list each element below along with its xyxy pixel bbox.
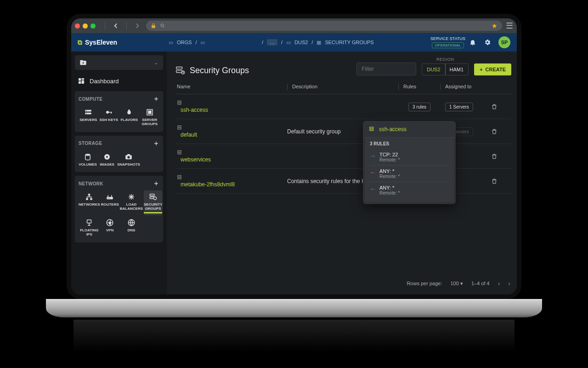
sidebar-section-storage: STORAGE＋VOLUMESIMAGESSNAPSHOTS [75, 136, 163, 172]
delete-icon[interactable] [491, 178, 509, 184]
create-button[interactable]: + CREATE [474, 63, 511, 75]
svg-rect-7 [85, 113, 92, 115]
tooltip-rule: ← ANY: *Remote: * [370, 165, 449, 182]
sidebar-dashboard[interactable]: Dashboard [75, 74, 163, 88]
sidebar-item-label: FLOATING IPS [79, 229, 100, 237]
svg-rect-46 [370, 129, 373, 131]
region-dus2[interactable]: DUS2 [422, 63, 445, 75]
table-row[interactable]: webservices [175, 144, 511, 169]
back-button[interactable] [111, 21, 121, 31]
table-row[interactable]: ssh-access 3 rules 1 Servers [175, 94, 511, 119]
svg-rect-39 [178, 126, 181, 127]
sidebar-item-vpn[interactable]: VPN [101, 216, 119, 239]
laptop-reflection [74, 320, 514, 352]
next-page-button[interactable]: › [508, 280, 510, 287]
breadcrumb-right: / … / ▭ DUS2 / ▦ SECURITY GROUPS [262, 39, 374, 46]
bookmark-star-icon[interactable]: ★ [492, 22, 498, 29]
col-name[interactable]: Name [177, 84, 287, 90]
breadcrumb: ▭ ORGS / ▭ [169, 40, 205, 46]
svg-point-25 [108, 198, 109, 199]
avatar[interactable]: SP [498, 36, 510, 48]
region-ham1[interactable]: HAM1 [445, 64, 469, 75]
col-rules[interactable]: Rules [403, 84, 440, 90]
rows-per-page-select[interactable]: 100 ▾ [450, 281, 463, 287]
images-icon [103, 152, 111, 161]
sidebar-item-server-groups[interactable]: SERVER GROUPS [140, 106, 160, 128]
crumb-page[interactable]: SECURITY GROUPS [325, 40, 373, 45]
delete-icon[interactable] [491, 128, 509, 135]
routers-icon [106, 192, 114, 201]
maximize-window-icon[interactable] [90, 23, 96, 29]
rules-tooltip: ssh-access 3 RULES → TCP: 22Remote: *← A… [363, 121, 455, 204]
col-assigned[interactable]: Assigned to [445, 84, 491, 90]
settings-gear-icon[interactable] [484, 39, 495, 46]
table-row[interactable]: default Default security group 4 rules 1… [175, 119, 511, 144]
close-window-icon[interactable] [75, 23, 80, 29]
sidebar-item-label: NETWORKS [79, 203, 100, 207]
rules-badge[interactable]: 3 rules [408, 103, 430, 111]
service-status-label: SERVICE STATUS [430, 36, 465, 41]
svg-rect-22 [86, 198, 89, 200]
sidebar-item-ssh-keys[interactable]: SSH KEYS [99, 106, 119, 128]
sidebar-item-label: SNAPSHOTS [117, 163, 140, 167]
page-title-text: Security Groups [190, 66, 249, 75]
region-segmented: DUS2 HAM1 [422, 63, 469, 75]
notifications-icon[interactable] [469, 39, 480, 46]
sidebar-item-label: SSH KEYS [100, 118, 118, 122]
project-icon: ▭ [200, 40, 205, 46]
minimize-window-icon[interactable] [83, 23, 88, 29]
sidebar-section-compute: COMPUTE＋SERVERSSSH KEYSFLAVORSSERVER GRO… [75, 91, 163, 132]
svg-rect-40 [178, 128, 181, 129]
crumb-project[interactable]: DUS2 [294, 40, 308, 45]
sidebar-item-load-balancers[interactable]: LOAD BALANCERS [120, 190, 143, 215]
svg-rect-41 [178, 150, 181, 152]
rule-protocol: TCP: 22 [379, 152, 400, 157]
sidebar-item-servers[interactable]: SERVERS [79, 106, 98, 128]
rows-per-page-label: Rows per page: [407, 281, 442, 286]
col-description[interactable]: Description [292, 84, 398, 90]
assigned-badge[interactable]: 1 Servers [445, 103, 473, 111]
table-row[interactable]: metakube-2fhs8dvml8 Contains security ru… [175, 169, 511, 194]
sidebar-item-snapshots[interactable]: SNAPSHOTS [117, 150, 140, 169]
filter-input[interactable] [356, 63, 416, 75]
row-name: default [181, 132, 197, 138]
pagination-range: 1–4 of 4 [471, 281, 490, 286]
svg-point-29 [154, 197, 157, 200]
brand[interactable]: ⧉ SysEleven [78, 39, 165, 46]
create-label: CREATE [486, 67, 506, 72]
tooltip-title: ssh-access [379, 126, 407, 132]
dns-icon [127, 218, 136, 227]
forward-button[interactable] [132, 21, 142, 31]
prev-page-button[interactable]: ‹ [498, 280, 500, 287]
sidebar-item-security-groups[interactable]: SECURITY GROUPS [144, 190, 162, 215]
load-balancers-icon [127, 192, 136, 201]
add-icon[interactable]: ＋ [153, 179, 159, 188]
delete-icon[interactable] [491, 153, 509, 160]
sidebar-item-flavors[interactable]: FLAVORS [119, 106, 139, 128]
page-title: Security Groups [175, 65, 249, 75]
svg-rect-32 [109, 222, 111, 224]
svg-point-15 [85, 154, 90, 156]
crumb-ellipsis[interactable]: … [267, 39, 277, 46]
sidebar-item-dns[interactable]: DNS [120, 216, 143, 239]
project-selector[interactable]: ⌄ [75, 55, 163, 70]
crumb-orgs[interactable]: ORGS [177, 40, 192, 45]
service-status[interactable]: SERVICE STATUS OPERATIONAL [430, 36, 465, 48]
security-group-icon [369, 126, 375, 132]
sidebar-item-volumes[interactable]: VOLUMES [79, 150, 97, 169]
add-icon[interactable]: ＋ [153, 139, 159, 148]
section-title: COMPUTE [79, 97, 102, 102]
servers-icon [84, 108, 92, 117]
sidebar-item-images[interactable]: IMAGES [98, 150, 116, 169]
address-bar[interactable]: ★ [146, 21, 502, 31]
browser-menu-icon[interactable]: ☰ [506, 21, 513, 31]
add-icon[interactable]: ＋ [153, 95, 159, 103]
sidebar-item-networks[interactable]: NETWORKS [79, 190, 100, 215]
security-group-icon [177, 100, 287, 106]
svg-rect-20 [127, 154, 130, 155]
sidebar-item-routers[interactable]: ROUTERS [101, 190, 119, 215]
sidebar-item-floating-ips[interactable]: FLOATING IPS [79, 216, 100, 239]
row-name: webservices [181, 156, 211, 163]
delete-icon[interactable] [491, 104, 509, 110]
sidebar-item-label: SERVER GROUPS [140, 118, 160, 126]
